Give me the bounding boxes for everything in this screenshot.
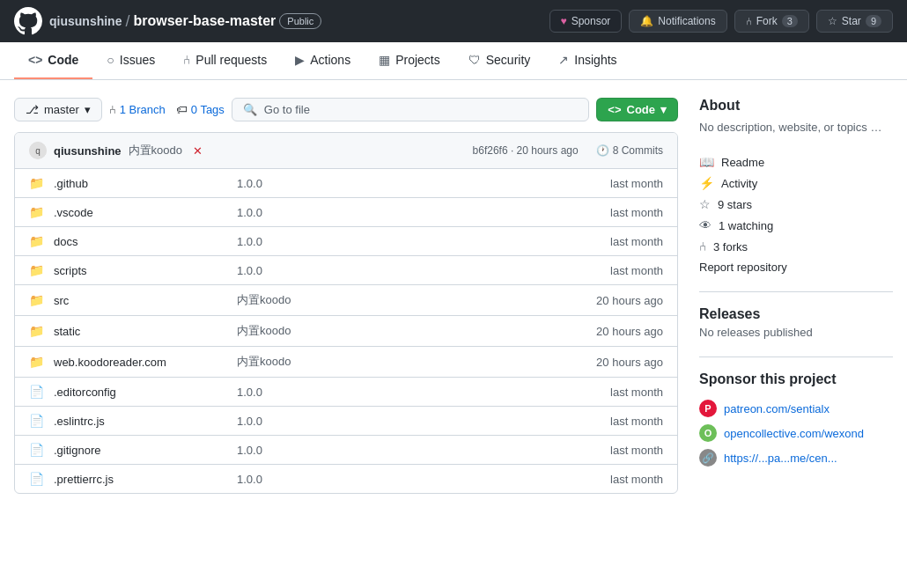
- file-commit-msg: 1.0.0: [223, 386, 575, 399]
- fork-icon: ⑃: [746, 15, 752, 27]
- activity-icon: ⚡: [699, 176, 714, 190]
- file-commit-msg: 1.0.0: [223, 264, 575, 277]
- file-name-link[interactable]: docs: [47, 235, 223, 248]
- file-name-link[interactable]: .editorconfig: [47, 386, 223, 399]
- file-rows-container: 📁 .github 1.0.0 last month 📁 .vscode 1.0…: [15, 169, 677, 493]
- tab-code[interactable]: <> Code: [14, 42, 92, 79]
- file-commit-msg: 1.0.0: [223, 235, 575, 248]
- tab-issues-label: Issues: [120, 53, 155, 67]
- commits-count: 8 Commits: [613, 144, 663, 157]
- file-time: last month: [575, 473, 663, 486]
- header-left: qiusunshine / browser-base-master Public: [14, 7, 321, 35]
- file-time: last month: [575, 415, 663, 428]
- star-label: Star: [842, 15, 861, 27]
- tab-insights-label: Insights: [574, 53, 616, 67]
- file-name-link[interactable]: src: [47, 294, 223, 307]
- breadcrumb: qiusunshine / browser-base-master Public: [49, 12, 321, 31]
- tab-security[interactable]: 🛡 Security: [454, 42, 545, 79]
- close-icon[interactable]: ✕: [193, 144, 203, 158]
- file-row: 📁 src 内置koodo 20 hours ago: [15, 285, 677, 316]
- file-time: last month: [575, 206, 663, 219]
- folder-icon: 📁: [29, 324, 47, 338]
- sponsor-label: Sponsor: [571, 15, 611, 27]
- branches-link[interactable]: 1 Branch: [120, 103, 166, 116]
- code-btn-label: Code: [627, 103, 656, 116]
- report-link[interactable]: Report repository: [699, 257, 893, 277]
- notifications-button[interactable]: 🔔 Notifications: [629, 10, 726, 33]
- branch-icon: ⎇: [26, 103, 39, 116]
- fork-count: 3: [782, 15, 798, 27]
- file-row: 📄 .prettierrc.js 1.0.0 last month: [15, 465, 677, 493]
- tab-projects[interactable]: ▦ Projects: [365, 42, 454, 79]
- sidebar-divider: [699, 291, 893, 292]
- file-icon: 📄: [29, 443, 47, 457]
- tab-insights[interactable]: ↗ Insights: [544, 42, 630, 79]
- star-button[interactable]: ☆ Star 9: [816, 10, 893, 33]
- issues-nav-icon: ○: [107, 53, 114, 67]
- file-name-link[interactable]: static: [47, 325, 223, 338]
- sidebar-divider-2: [699, 356, 893, 357]
- watching-link[interactable]: 👁 1 watching: [699, 215, 893, 236]
- folder-icon: 📁: [29, 205, 47, 219]
- owner-link[interactable]: qiusunshine: [49, 14, 122, 28]
- tags-link[interactable]: 0 Tags: [191, 103, 225, 116]
- watching-label: 1 watching: [719, 219, 773, 232]
- file-name-link[interactable]: scripts: [47, 264, 223, 277]
- no-releases: No releases published: [699, 326, 893, 339]
- file-time: last month: [575, 444, 663, 457]
- sponsor-icon: 🔗: [699, 449, 717, 467]
- file-time: 20 hours ago: [575, 294, 663, 307]
- sponsor-link[interactable]: 🔗 https://...pa...me/cen...: [699, 445, 893, 470]
- breadcrumb-separator: /: [125, 12, 129, 31]
- clock-icon: 🕐: [596, 144, 609, 157]
- forks-link[interactable]: ⑃ 3 forks: [699, 236, 893, 257]
- toolbar: ⎇ master ▾ ⑃ 1 Branch 🏷 0 Tags 🔍 Go to f…: [14, 98, 678, 121]
- commits-link[interactable]: 🕐 8 Commits: [596, 144, 663, 157]
- report-label: Report repository: [699, 261, 787, 274]
- activity-label: Activity: [721, 177, 757, 190]
- tab-actions[interactable]: ▶ Actions: [281, 42, 365, 79]
- branch-name: master: [44, 103, 79, 116]
- eye-icon: 👁: [699, 218, 712, 232]
- sponsor-icon: O: [699, 424, 717, 442]
- search-box[interactable]: 🔍 Go to file: [232, 98, 589, 121]
- tab-pull-requests-label: Pull requests: [195, 53, 267, 67]
- file-name-link[interactable]: .github: [47, 177, 223, 190]
- file-name-link[interactable]: .gitignore: [47, 444, 223, 457]
- sponsor-label: patreon.com/sentialx: [724, 402, 830, 415]
- sponsor-links-container: P patreon.com/sentialx O opencollective.…: [699, 396, 893, 470]
- tab-pull-requests[interactable]: ⑃ Pull requests: [169, 42, 281, 79]
- file-name-link[interactable]: .vscode: [47, 206, 223, 219]
- folder-icon: 📁: [29, 263, 47, 277]
- stars-link[interactable]: ☆ 9 stars: [699, 194, 893, 215]
- code-button[interactable]: <> Code ▾: [596, 98, 678, 121]
- sponsor-section: Sponsor this project P patreon.com/senti…: [699, 371, 893, 470]
- file-commit-msg: 1.0.0: [223, 473, 575, 486]
- branch-selector[interactable]: ⎇ master ▾: [14, 98, 102, 121]
- file-row: 📄 .editorconfig 1.0.0 last month: [15, 378, 677, 407]
- file-row: 📁 .github 1.0.0 last month: [15, 169, 677, 198]
- sponsor-icon: P: [699, 400, 717, 417]
- fork-button[interactable]: ⑃ Fork 3: [734, 10, 809, 33]
- file-name-link[interactable]: .prettierrc.js: [47, 473, 223, 486]
- sponsor-link[interactable]: P patreon.com/sentialx: [699, 396, 893, 421]
- releases-title: Releases: [699, 306, 893, 322]
- file-commit-msg: 1.0.0: [223, 177, 575, 190]
- heart-icon: ♥: [561, 15, 567, 27]
- file-time: 20 hours ago: [575, 356, 663, 369]
- sponsor-button[interactable]: ♥ Sponsor: [549, 10, 623, 33]
- tab-code-label: Code: [48, 53, 78, 67]
- tab-issues[interactable]: ○ Issues: [92, 42, 169, 79]
- readme-link[interactable]: 📖 Readme: [699, 151, 893, 173]
- file-name-link[interactable]: web.koodoreader.com: [47, 356, 223, 369]
- readme-label: Readme: [721, 156, 764, 169]
- fork-label: Fork: [756, 15, 778, 27]
- file-row: 📁 docs 1.0.0 last month: [15, 227, 677, 256]
- activity-link[interactable]: ⚡ Activity: [699, 173, 893, 194]
- fork-small-icon: ⑃: [109, 103, 116, 116]
- file-commit-msg: 1.0.0: [223, 415, 575, 428]
- file-name-link[interactable]: .eslintrc.js: [47, 415, 223, 428]
- commit-hash: b6f26f6 · 20 hours ago: [473, 144, 579, 157]
- sponsor-link[interactable]: O opencollective.com/wexond: [699, 421, 893, 445]
- folder-icon: 📁: [29, 176, 47, 190]
